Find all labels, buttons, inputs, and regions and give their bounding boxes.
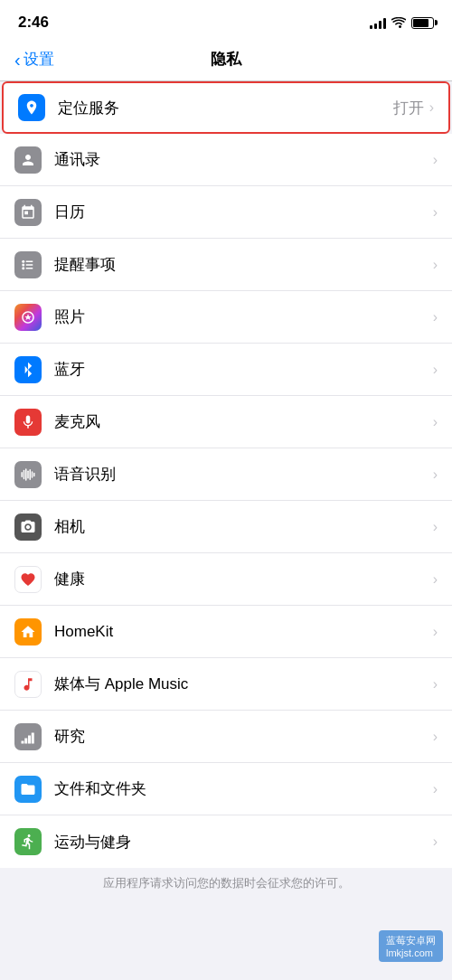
list-item-speech[interactable]: 语音识别 › [0, 448, 452, 501]
contacts-label: 通讯录 [54, 149, 433, 170]
watermark: 蓝莓安卓网lmkjst.com [379, 930, 443, 962]
wifi-icon [391, 17, 406, 29]
list-item-bluetooth[interactable]: 蓝牙 › [0, 344, 452, 396]
location-chevron: › [429, 99, 434, 116]
list-item-media[interactable]: 媒体与 Apple Music › [0, 658, 452, 711]
list-item-photos[interactable]: 照片 › [0, 291, 452, 344]
microphone-icon [14, 409, 42, 436]
svg-rect-12 [33, 472, 35, 476]
status-icons [370, 16, 434, 29]
contacts-chevron: › [433, 152, 438, 168]
list-item-camera[interactable]: 相机 › [0, 501, 452, 553]
svg-rect-5 [26, 268, 33, 269]
svg-rect-6 [22, 472, 24, 477]
reminders-label: 提醒事项 [54, 254, 433, 275]
svg-rect-16 [32, 732, 34, 743]
homekit-label: HomeKit [54, 623, 433, 641]
speech-icon [14, 461, 42, 488]
fitness-chevron: › [433, 834, 438, 850]
media-label: 媒体与 Apple Music [54, 674, 433, 694]
signal-icon [370, 16, 386, 29]
health-label: 健康 [54, 569, 433, 589]
research-chevron: › [433, 729, 438, 745]
photos-label: 照片 [54, 306, 433, 327]
fitness-label: 运动与健身 [54, 832, 433, 853]
research-icon [14, 723, 42, 750]
list-item-location[interactable]: 定位服务 打开 › [2, 81, 450, 134]
page-title: 隐私 [211, 49, 241, 70]
status-bar: 2:46 [0, 0, 452, 40]
camera-icon [14, 514, 42, 541]
reminders-chevron: › [433, 257, 438, 273]
files-label: 文件和文件夹 [54, 778, 433, 799]
svg-rect-4 [26, 264, 33, 266]
list-item-homekit[interactable]: HomeKit › [0, 606, 452, 658]
location-label: 定位服务 [58, 98, 393, 118]
svg-rect-8 [25, 468, 27, 481]
homekit-chevron: › [433, 624, 438, 640]
bluetooth-icon [14, 356, 42, 383]
svg-rect-14 [24, 738, 27, 743]
svg-rect-3 [26, 260, 33, 262]
status-time: 2:46 [18, 14, 49, 32]
list-item-calendar[interactable]: 日历 › [0, 186, 452, 239]
svg-rect-10 [30, 469, 32, 480]
svg-rect-11 [32, 471, 33, 478]
bluetooth-label: 蓝牙 [54, 359, 433, 380]
list-item-microphone[interactable]: 麦克风 › [0, 396, 452, 448]
back-label: 设置 [24, 49, 54, 70]
contacts-icon [14, 146, 42, 174]
svg-rect-7 [24, 469, 25, 479]
health-icon [14, 566, 42, 593]
list-item-files[interactable]: 文件和文件夹 › [0, 763, 452, 815]
speech-label: 语音识别 [54, 464, 433, 485]
microphone-chevron: › [433, 414, 438, 430]
fitness-icon [14, 828, 42, 855]
calendar-chevron: › [433, 204, 438, 221]
privacy-list: 定位服务 打开 › 通讯录 › 日历 › 提醒事项 › [0, 81, 452, 868]
list-item-reminders[interactable]: 提醒事项 › [0, 239, 452, 291]
svg-rect-15 [28, 735, 31, 743]
microphone-label: 麦克风 [54, 411, 433, 432]
bottom-description: 应用程序请求访问您的数据时会征求您的许可。 [0, 868, 452, 899]
list-item-research[interactable]: 研究 › [0, 711, 452, 763]
media-icon [14, 671, 42, 698]
location-value: 打开 [393, 98, 424, 118]
svg-point-1 [22, 263, 24, 266]
svg-point-0 [22, 259, 24, 262]
bluetooth-chevron: › [433, 362, 438, 378]
svg-rect-13 [22, 740, 24, 743]
list-item-contacts[interactable]: 通讯录 › [0, 134, 452, 186]
calendar-icon [14, 199, 42, 226]
battery-icon [411, 17, 434, 29]
back-chevron-icon: ‹ [14, 51, 21, 69]
research-label: 研究 [54, 726, 433, 747]
media-chevron: › [433, 676, 438, 693]
reminders-icon [14, 251, 42, 278]
homekit-icon [14, 618, 42, 645]
health-chevron: › [433, 571, 438, 588]
files-icon [14, 776, 42, 803]
files-chevron: › [433, 781, 438, 797]
photos-chevron: › [433, 309, 438, 325]
camera-chevron: › [433, 519, 438, 535]
back-button[interactable]: ‹ 设置 [14, 49, 54, 70]
nav-bar: ‹ 设置 隐私 [0, 40, 452, 81]
list-item-health[interactable]: 健康 › [0, 553, 452, 606]
speech-chevron: › [433, 466, 438, 483]
location-icon [18, 94, 45, 121]
photos-icon [14, 304, 42, 331]
svg-rect-9 [27, 470, 29, 478]
calendar-label: 日历 [54, 202, 433, 222]
list-item-fitness[interactable]: 运动与健身 › [0, 815, 452, 868]
camera-label: 相机 [54, 516, 433, 537]
svg-point-2 [22, 267, 24, 269]
